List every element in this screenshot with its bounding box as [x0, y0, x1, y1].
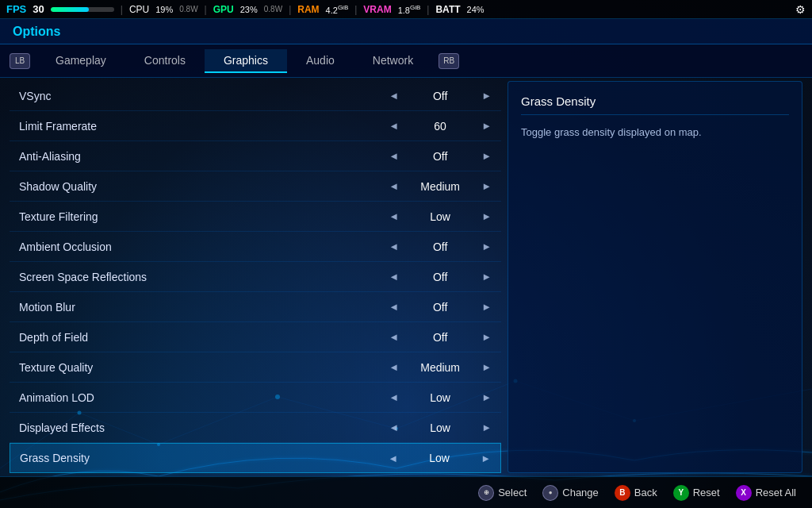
back-icon: B — [615, 485, 630, 501]
tab-gameplay[interactable]: Gameplay — [36, 49, 125, 73]
setting-name: Anti-Aliasing — [19, 150, 389, 163]
setting-value: Off — [408, 90, 472, 102]
vram-label: VRAM — [363, 4, 391, 15]
setting-row[interactable]: Motion Blur◄Off► — [10, 292, 501, 322]
arrow-left-icon[interactable]: ◄ — [389, 391, 399, 403]
arrow-left-icon[interactable]: ◄ — [389, 90, 399, 102]
arrow-left-icon[interactable]: ◄ — [389, 361, 399, 373]
bottom-bar: ⊕Select●ChangeBBackYResetXReset All — [0, 476, 812, 508]
arrow-left-icon[interactable]: ◄ — [389, 150, 399, 162]
arrow-left-icon[interactable]: ◄ — [389, 241, 399, 252]
reset-icon: Y — [673, 485, 689, 501]
arrow-right-icon[interactable]: ► — [481, 331, 492, 343]
arrow-right-icon[interactable]: ► — [481, 301, 492, 313]
setting-name: Animation LOD — [19, 391, 389, 404]
tab-graphics[interactable]: Graphics — [205, 49, 287, 73]
main-content: VSync◄Off►Limit Framerate◄60►Anti-Aliasi… — [0, 78, 812, 476]
ram-label: RAM — [297, 4, 319, 15]
setting-row[interactable]: Texture Filtering◄Low► — [10, 202, 501, 232]
lb-bumper[interactable]: LB — [10, 53, 30, 69]
arrow-left-icon[interactable]: ◄ — [389, 301, 399, 313]
arrow-right-icon[interactable]: ► — [481, 90, 492, 102]
arrow-right-icon[interactable]: ► — [481, 452, 491, 464]
bottom-action-change[interactable]: ●Change — [542, 485, 599, 501]
setting-name: Depth of Field — [19, 331, 389, 344]
reset-all-label: Reset All — [756, 487, 796, 498]
arrow-right-icon[interactable]: ► — [481, 391, 492, 403]
gear-icon: ⚙ — [795, 3, 806, 16]
rb-bumper[interactable]: RB — [439, 53, 459, 69]
setting-row[interactable]: Animation LOD◄Low► — [10, 383, 501, 413]
arrow-right-icon[interactable]: ► — [481, 241, 492, 252]
hud-divider-3: | — [289, 4, 291, 15]
gpu-percent: 23% — [240, 5, 258, 14]
bottom-action-select[interactable]: ⊕Select — [478, 485, 527, 501]
arrow-right-icon[interactable]: ► — [481, 180, 492, 192]
arrow-right-icon[interactable]: ► — [481, 210, 492, 222]
change-label: Change — [562, 487, 599, 498]
arrow-right-icon[interactable]: ► — [481, 421, 492, 433]
setting-name: Displayed Effects — [19, 421, 389, 434]
setting-name: Shadow Quality — [19, 180, 389, 193]
setting-value: Low — [408, 391, 472, 404]
arrow-left-icon[interactable]: ◄ — [389, 210, 399, 222]
reset-all-icon: X — [736, 485, 752, 501]
setting-row[interactable]: Grass Density◄Low► — [10, 443, 501, 473]
info-title: Grass Density — [521, 94, 789, 115]
arrow-right-icon[interactable]: ► — [481, 150, 492, 162]
setting-row[interactable]: Displayed Effects◄Low► — [10, 413, 501, 443]
tab-controls[interactable]: Controls — [125, 49, 205, 73]
arrow-right-icon[interactable]: ► — [481, 120, 492, 132]
setting-value: Low — [408, 421, 472, 434]
settings-list[interactable]: VSync◄Off►Limit Framerate◄60►Anti-Aliasi… — [10, 81, 501, 473]
setting-row[interactable]: Shadow Quality◄Medium► — [10, 171, 501, 202]
setting-value: Off — [408, 271, 472, 283]
hud-bar: FPS 30 | CPU 19% 0.8W | GPU 23% 0.8W | R… — [0, 0, 812, 19]
back-label: Back — [634, 487, 657, 498]
reset-label: Reset — [693, 487, 720, 498]
arrow-left-icon[interactable]: ◄ — [388, 452, 398, 464]
options-bar: Options — [0, 19, 812, 44]
bottom-action-back[interactable]: BBack — [615, 485, 657, 501]
select-icon: ⊕ — [478, 485, 494, 501]
hud-divider-2: | — [205, 4, 207, 15]
setting-row[interactable]: Screen Space Reflections◄Off► — [10, 262, 501, 292]
fps-bar-fill — [51, 7, 89, 12]
change-icon: ● — [542, 485, 558, 501]
tab-network[interactable]: Network — [354, 49, 432, 73]
bottom-action-reset[interactable]: YReset — [673, 485, 720, 501]
tab-audio[interactable]: Audio — [287, 49, 354, 73]
bottom-action-reset-all[interactable]: XReset All — [736, 485, 796, 501]
setting-name: Grass Density — [20, 452, 388, 464]
vram-value: 1.8GiB — [398, 4, 421, 15]
setting-value: Medium — [408, 361, 472, 374]
hud-divider-4: | — [354, 4, 357, 15]
setting-value: 60 — [408, 120, 472, 133]
batt-label: BATT — [435, 4, 460, 15]
setting-value: Off — [408, 331, 472, 344]
setting-row[interactable]: Anti-Aliasing◄Off► — [10, 141, 501, 171]
info-panel: Grass Density Toggle grass density displ… — [508, 81, 802, 473]
setting-name: Texture Quality — [19, 361, 389, 374]
arrow-right-icon[interactable]: ► — [481, 271, 492, 283]
gpu-watt: 0.8W — [264, 5, 282, 13]
fps-label: FPS — [6, 3, 26, 15]
arrow-left-icon[interactable]: ◄ — [389, 271, 399, 283]
setting-name: Texture Filtering — [19, 210, 389, 223]
arrow-left-icon[interactable]: ◄ — [389, 421, 399, 433]
ram-value: 4.2GiB — [326, 4, 349, 15]
setting-value: Off — [408, 150, 472, 163]
gpu-label: GPU — [213, 4, 234, 15]
setting-row[interactable]: Texture Quality◄Medium► — [10, 352, 501, 383]
setting-row[interactable]: VSync◄Off► — [10, 81, 501, 111]
arrow-left-icon[interactable]: ◄ — [389, 120, 399, 132]
setting-row[interactable]: Limit Framerate◄60► — [10, 111, 501, 141]
setting-value: Low — [408, 452, 471, 464]
setting-row[interactable]: Depth of Field◄Off► — [10, 322, 501, 352]
arrow-left-icon[interactable]: ◄ — [389, 180, 399, 192]
hud-divider-5: | — [427, 4, 429, 15]
setting-row[interactable]: Ambient Occlusion◄Off► — [10, 232, 501, 262]
arrow-left-icon[interactable]: ◄ — [389, 331, 399, 343]
arrow-right-icon[interactable]: ► — [481, 361, 492, 373]
setting-value: Low — [408, 210, 472, 223]
